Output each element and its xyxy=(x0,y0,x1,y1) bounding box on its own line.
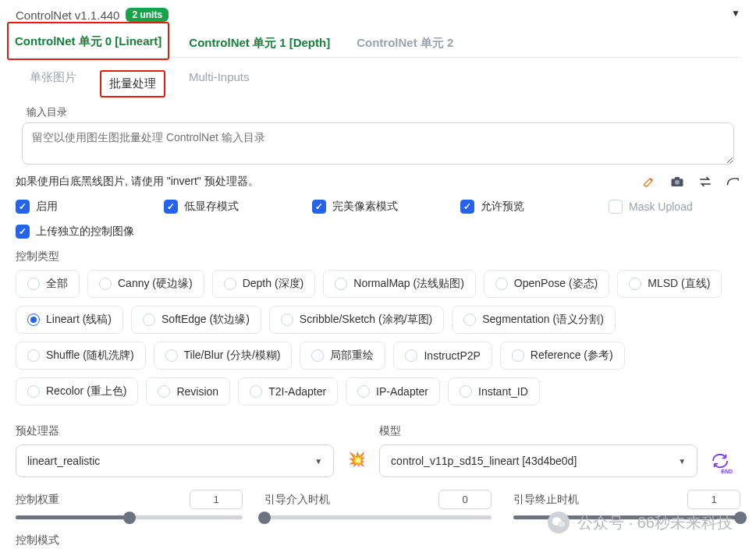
tab-unit-1[interactable]: ControlNet 单元 1 [Depth] xyxy=(189,36,330,51)
weight-slider[interactable] xyxy=(16,515,243,519)
tab-single-image[interactable]: 单张图片 xyxy=(30,70,76,97)
control-type-label: IP-Adapter xyxy=(376,385,428,398)
tab-batch[interactable]: 批量处理 xyxy=(109,76,156,90)
model-select[interactable]: control_v11p_sd15_lineart [43d4be0d] ▼ xyxy=(379,445,697,477)
svg-point-1 xyxy=(675,180,680,185)
control-type-option[interactable]: Instant_ID xyxy=(448,377,540,406)
slider-fill xyxy=(513,515,740,519)
control-mode-label: 控制模式 xyxy=(16,533,740,547)
radio-icon xyxy=(27,313,40,326)
slider-row: 控制权重 引导介入时机 引导终止时机 xyxy=(16,490,740,519)
input-dir-field[interactable] xyxy=(22,122,734,165)
checkbox-icon xyxy=(16,200,30,214)
checkbox-icon xyxy=(312,200,326,214)
control-type-label: Instant_ID xyxy=(478,385,528,398)
chevron-down-icon: ▼ xyxy=(678,457,686,466)
radio-icon xyxy=(27,349,40,362)
checkbox-icon xyxy=(609,200,623,214)
radio-icon xyxy=(629,278,641,290)
model-label: 模型 xyxy=(379,424,697,438)
radio-icon xyxy=(165,349,178,362)
control-type-label: Reference (参考) xyxy=(531,349,613,363)
radio-icon xyxy=(311,349,324,362)
start-slider[interactable] xyxy=(264,515,492,519)
check-lowvram[interactable]: 低显存模式 xyxy=(164,200,312,214)
invert-hint: 如果使用白底黑线图片, 请使用 "invert" 预处理器。 xyxy=(16,175,259,189)
control-type-option[interactable]: Segmentation (语义分割) xyxy=(452,306,616,334)
highlight-unit0: ControlNet 单元 0 [Lineart] xyxy=(7,22,169,60)
checkbox-row: 启用 低显存模式 完美像素模式 允许预览 Mask Upload 上传独立的控制… xyxy=(16,200,740,239)
slider-thumb[interactable] xyxy=(734,512,747,524)
svg-rect-2 xyxy=(675,177,680,179)
swap-icon[interactable] xyxy=(698,175,712,189)
control-type-option[interactable]: Recolor (重上色) xyxy=(16,377,138,406)
control-type-option[interactable]: Canny (硬边缘) xyxy=(87,270,204,298)
check-mask-upload[interactable]: Mask Upload xyxy=(609,200,693,214)
control-type-option[interactable]: Shuffle (随机洗牌) xyxy=(16,342,146,370)
camera-icon[interactable] xyxy=(670,175,684,189)
check-pixel-perfect[interactable]: 完美像素模式 xyxy=(312,200,460,214)
end-label: 引导终止时机 xyxy=(513,493,579,507)
control-type-option[interactable]: IP-Adapter xyxy=(346,377,440,406)
units-badge: 2 units xyxy=(126,8,169,22)
control-type-option[interactable]: OpenPose (姿态) xyxy=(484,270,609,298)
control-type-option[interactable]: Revision xyxy=(146,377,230,406)
control-type-option[interactable]: NormalMap (法线贴图) xyxy=(323,270,476,298)
collapse-caret-icon[interactable]: ▼ xyxy=(731,8,740,19)
radio-icon xyxy=(27,385,40,398)
send-icon[interactable] xyxy=(726,175,740,189)
tab-unit-2[interactable]: ControlNet 单元 2 xyxy=(357,36,453,51)
radio-icon xyxy=(143,313,155,326)
radio-icon xyxy=(463,313,476,326)
control-type-label: Tile/Blur (分块/模糊) xyxy=(184,349,281,363)
radio-icon xyxy=(460,385,472,398)
control-type-label: OpenPose (姿态) xyxy=(514,277,598,291)
end-slider[interactable] xyxy=(513,515,740,519)
edit-icon[interactable] xyxy=(642,175,656,189)
radio-icon xyxy=(512,349,524,362)
control-type-group: 全部Canny (硬边缘)Depth (深度)NormalMap (法线贴图)O… xyxy=(16,270,740,406)
control-type-label: Segmentation (语义分割) xyxy=(482,313,604,327)
refresh-end-icon[interactable]: END xyxy=(712,416,740,477)
tab-multi-inputs[interactable]: Multi-Inputs xyxy=(189,70,250,97)
weight-input[interactable] xyxy=(190,490,243,509)
control-type-option[interactable]: Tile/Blur (分块/模糊) xyxy=(154,342,293,370)
control-type-option[interactable]: Scribble/Sketch (涂鸦/草图) xyxy=(269,306,444,334)
preprocessor-label: 预处理器 xyxy=(16,424,334,438)
slider-fill xyxy=(16,515,130,519)
model-value: control_v11p_sd15_lineart [43d4be0d] xyxy=(391,455,577,467)
tab-unit-0[interactable]: ControlNet 单元 0 [Lineart] xyxy=(15,34,161,48)
slider-thumb[interactable] xyxy=(123,512,136,524)
control-type-option[interactable]: MLSD (直线) xyxy=(617,270,722,298)
control-type-option[interactable]: T2I-Adapter xyxy=(238,377,338,406)
control-type-label: Canny (硬边缘) xyxy=(118,277,193,291)
control-type-option[interactable]: Depth (深度) xyxy=(212,270,316,298)
control-type-label: Recolor (重上色) xyxy=(46,384,126,398)
control-type-label: MLSD (直线) xyxy=(648,277,710,291)
radio-icon xyxy=(495,278,508,290)
control-type-option[interactable]: Reference (参考) xyxy=(500,342,625,370)
control-type-option[interactable]: Lineart (线稿) xyxy=(16,306,123,334)
control-type-option[interactable]: SoftEdge (软边缘) xyxy=(131,306,261,334)
panel-title: ControlNet v1.1.440 xyxy=(16,9,119,22)
check-enable[interactable]: 启用 xyxy=(16,200,164,214)
control-type-label: 局部重绘 xyxy=(330,349,374,363)
control-type-label: T2I-Adapter xyxy=(268,385,326,398)
radio-icon xyxy=(281,313,293,326)
explosion-icon[interactable]: 💥 xyxy=(348,416,365,477)
radio-icon xyxy=(335,278,347,290)
input-mode-tabs: 单张图片 批量处理 Multi-Inputs xyxy=(16,58,740,104)
preprocessor-value: lineart_realistic xyxy=(27,455,100,467)
control-type-option[interactable]: 局部重绘 xyxy=(300,342,385,370)
checkbox-icon xyxy=(164,200,178,214)
check-independent-control[interactable]: 上传独立的控制图像 xyxy=(16,225,740,239)
start-input[interactable] xyxy=(438,490,492,509)
radio-icon xyxy=(250,385,262,398)
end-input[interactable] xyxy=(687,490,740,509)
control-type-option[interactable]: 全部 xyxy=(16,270,80,298)
preprocessor-select[interactable]: lineart_realistic ▼ xyxy=(16,445,334,477)
check-allow-preview[interactable]: 允许预览 xyxy=(460,200,609,214)
control-type-option[interactable]: InstructP2P xyxy=(393,342,492,370)
chevron-down-icon: ▼ xyxy=(314,457,322,466)
slider-thumb[interactable] xyxy=(258,512,271,524)
